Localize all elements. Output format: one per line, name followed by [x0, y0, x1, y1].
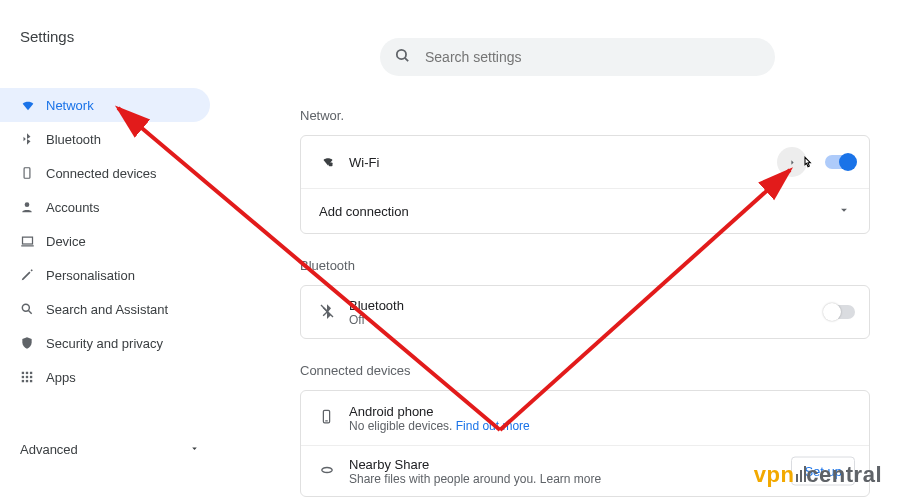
add-connection-row[interactable]: Add connection — [301, 189, 869, 233]
svg-rect-10 — [30, 372, 32, 374]
sidebar-item-label: Device — [46, 234, 86, 249]
search-icon — [20, 302, 46, 316]
shield-icon — [20, 336, 46, 350]
search-box[interactable] — [380, 38, 775, 76]
bluetooth-off-icon — [319, 303, 349, 322]
watermark: vpn central — [754, 462, 882, 488]
sidebar-item-security[interactable]: Security and privacy — [0, 326, 210, 360]
phone-icon — [20, 166, 46, 180]
svg-point-6 — [22, 304, 29, 311]
svg-rect-14 — [22, 380, 24, 382]
sidebar: Network Bluetooth Connected devices Acco… — [0, 88, 210, 394]
chevron-down-icon — [837, 203, 851, 220]
svg-point-3 — [25, 202, 30, 207]
android-phone-title: Android phone — [349, 404, 530, 419]
svg-rect-4 — [23, 237, 33, 244]
page-title: Settings — [20, 28, 74, 45]
sidebar-item-label: Accounts — [46, 200, 99, 215]
svg-rect-8 — [22, 372, 24, 374]
add-connection-label: Add connection — [319, 204, 409, 219]
wifi-row[interactable]: Wi-Fi — [301, 136, 869, 188]
sidebar-item-label: Network — [46, 98, 94, 113]
svg-rect-16 — [30, 380, 32, 382]
svg-rect-11 — [22, 376, 24, 378]
sidebar-item-accounts[interactable]: Accounts — [0, 190, 210, 224]
section-header-connected: Connected devices — [300, 363, 870, 378]
svg-rect-2 — [24, 168, 30, 179]
sidebar-advanced[interactable]: Advanced — [20, 442, 200, 457]
svg-rect-23 — [796, 474, 798, 482]
svg-rect-17 — [329, 162, 333, 166]
network-card: Wi-Fi Add connection — [300, 135, 870, 234]
content-area: Networ. Wi-Fi Add connection Bluetooth — [300, 108, 870, 497]
android-phone-row[interactable]: Android phone No eligible devices. Find … — [301, 391, 869, 445]
wifi-toggle[interactable] — [825, 155, 855, 169]
bluetooth-card: Bluetooth Off — [300, 285, 870, 339]
bluetooth-toggle[interactable] — [825, 305, 855, 319]
wifi-label: Wi-Fi — [349, 155, 379, 170]
wifi-lock-icon — [319, 152, 349, 173]
svg-rect-9 — [26, 372, 28, 374]
sidebar-item-label: Search and Assistant — [46, 302, 168, 317]
bluetooth-status: Off — [349, 313, 404, 327]
svg-line-7 — [28, 310, 31, 313]
sidebar-item-personalisation[interactable]: Personalisation — [0, 258, 210, 292]
advanced-label: Advanced — [20, 442, 78, 457]
bluetooth-title: Bluetooth — [349, 298, 404, 313]
svg-rect-12 — [26, 376, 28, 378]
chevron-down-icon — [189, 442, 200, 457]
person-icon — [20, 200, 46, 214]
watermark-bars-icon — [796, 462, 804, 488]
nearby-share-title: Nearby Share — [349, 457, 601, 472]
sidebar-item-label: Security and privacy — [46, 336, 163, 351]
find-out-more-link[interactable]: Find out more — [456, 419, 530, 433]
watermark-brand-right: central — [806, 462, 882, 488]
pointer-cursor-icon — [799, 155, 815, 174]
nearby-share-sub: Share files with people around you. Lear… — [349, 472, 601, 486]
phone-icon — [319, 409, 349, 427]
android-phone-sub-text: No eligible devices. — [349, 419, 456, 433]
sidebar-item-bluetooth[interactable]: Bluetooth — [0, 122, 210, 156]
sidebar-item-label: Personalisation — [46, 268, 135, 283]
wifi-icon — [20, 97, 46, 113]
bluetooth-icon — [20, 132, 46, 146]
android-phone-sub: No eligible devices. Find out more — [349, 419, 530, 433]
search-icon — [394, 47, 411, 67]
sidebar-item-device[interactable]: Device — [0, 224, 210, 258]
laptop-icon — [20, 234, 46, 249]
watermark-brand-left: vpn — [754, 462, 795, 488]
svg-rect-13 — [30, 376, 32, 378]
bluetooth-row[interactable]: Bluetooth Off — [301, 286, 869, 338]
svg-point-0 — [397, 50, 406, 59]
sidebar-item-connected-devices[interactable]: Connected devices — [0, 156, 210, 190]
section-header-network: Networ. — [300, 108, 870, 123]
apps-icon — [20, 370, 46, 384]
svg-rect-15 — [26, 380, 28, 382]
svg-line-1 — [405, 58, 408, 61]
section-header-bluetooth: Bluetooth — [300, 258, 870, 273]
sidebar-item-network[interactable]: Network — [0, 88, 210, 122]
sidebar-item-search-assistant[interactable]: Search and Assistant — [0, 292, 210, 326]
sidebar-item-label: Bluetooth — [46, 132, 101, 147]
sidebar-item-label: Apps — [46, 370, 76, 385]
pencil-icon — [20, 268, 46, 282]
nearby-share-icon — [319, 462, 349, 481]
svg-rect-24 — [800, 470, 802, 482]
sidebar-item-apps[interactable]: Apps — [0, 360, 210, 394]
sidebar-item-label: Connected devices — [46, 166, 157, 181]
search-input[interactable] — [425, 49, 761, 65]
